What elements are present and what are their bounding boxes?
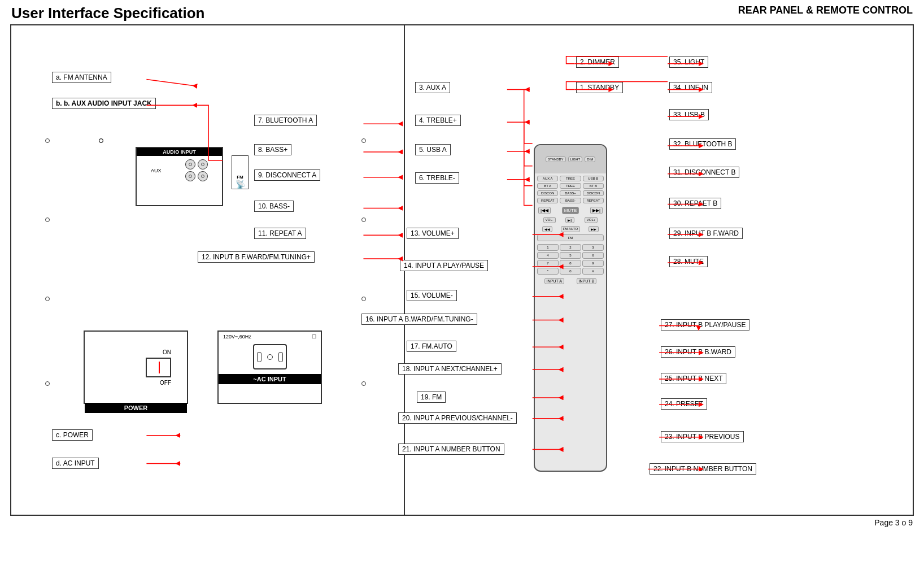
label-item6: 6. TREBLE- [415,172,459,184]
label-item21: 21. INPUT A NUMBER BUTTON [398,443,504,455]
ac-voltage-label: 120V~,60Hz [223,334,251,340]
label-item29: 29. INPUT B F.WARD [669,228,743,239]
label-item19: 19. FM [417,392,446,403]
circle-dot [361,138,366,143]
label-item32: 32. BLUETOOTH B [669,138,736,150]
circle-dot [45,297,50,301]
label-item22: 22. INPUT B NUMBER BUTTON [650,463,756,475]
audio-input-header: AUDIO INPUT [137,148,222,156]
remote-control: STANDBY LIGHT DIM AUX A TREE USB B BT A … [534,144,607,472]
section-title: REAR PANEL & REMOTE CONTROL [738,5,913,16]
power-device: ON OFF POWER [84,330,188,404]
label-item28: 28. MUTE [669,256,708,267]
label-item10: 10. BASS- [254,201,294,212]
remote-dim-btn: DIM [585,156,595,162]
label-item11: 11. REPEAT A [254,228,306,239]
label-item24: 24. PRESET [661,398,707,410]
label-item26: 26. INPUT B B.WARD [661,346,735,358]
label-item30: 30. REPAET B [669,198,721,209]
remote-light-btn: LIGHT [568,156,583,162]
label-item13: 13. VOLUME+ [407,228,459,239]
circle-dot [361,381,366,386]
circle-dot [45,138,50,143]
label-item15: 15. VOLUME- [407,290,457,301]
label-item27: 27. INPUT B PLAY/PAUSE [661,319,749,330]
remote-standby-btn: STANDBY [546,156,566,162]
fm-text: FM [237,175,243,180]
remote-top-buttons: STANDBY LIGHT DIM [535,145,606,173]
label-d-ac-input: d. AC INPUT [52,458,99,469]
power-off-label: OFF [160,380,171,386]
label-item31: 31. DISCONNECT B [669,167,739,178]
circle-dot [361,218,366,222]
label-item1: 1. STANDBY [576,82,623,93]
power-on-label: ON [163,349,171,355]
label-item33: 33. USB B [669,109,709,120]
page-header: User Interface Specification REAR PANEL … [0,0,924,24]
circle-dot [45,381,50,386]
label-item23: 23. INPUT B PREVIOUS [661,431,744,442]
label-item35: 35. LIGHT [669,56,708,68]
label-item2: 2. DIMMER [576,56,619,68]
page-title: User Interface Specification [11,5,204,22]
audio-input-device: AUDIO INPUT AUX [136,147,223,206]
remote-numpad: 1 2 3 4 5 6 7 8 9 * 0 # [535,242,606,276]
label-item12: 12. INPUT B F.WARD/FM.TUNING+ [198,251,315,263]
page-footer: Page 3 o 9 [0,516,924,529]
antenna-icon: 📡 [236,180,245,189]
ac-hole-left [257,352,261,362]
ac-input-device: 120V~,60Hz ☐ ~AC INPUT [217,330,322,404]
label-a-fm-antenna: a. FM ANTENNA [52,72,111,83]
ac-outlet [253,344,287,369]
label-c-power: c. POWER [52,429,93,441]
circle-dot [45,218,50,222]
label-item25: 25. INPUT B NEXT [661,373,726,384]
label-item3: 3. AUX A [415,82,450,93]
label-item5: 5. USB A [415,144,451,155]
circle-dot [99,138,103,143]
label-item18: 18. INPUT A NEXT/CHANNEL+ [398,363,502,375]
circle-dot [361,297,366,301]
label-item4: 4. TREBLE+ [415,115,461,126]
power-switch [146,358,171,377]
footer-text: Page 3 o 9 [874,518,913,527]
label-item9: 9. DISCONNECT A [254,169,320,181]
svg-line-0 [146,80,197,86]
fm-antenna-device: FM 📡 [232,155,249,189]
label-item20: 20. INPUT A PREVIOUS/CHANNEL- [398,412,517,424]
ac-hole-right [278,352,283,362]
main-diagram: AUDIO INPUT AUX [10,24,914,516]
label-item7: 7. BLUETOOTH A [254,115,317,126]
ac-fuse-icon: ☐ [312,334,316,340]
label-item16: 16. INPUT A B.WARD/FM.TUNING- [361,314,477,325]
aux-label: AUX [151,168,162,173]
ac-footer: ~AC INPUT [219,374,321,384]
label-item34: 34. LINE IN [669,82,712,93]
power-footer: POWER [85,403,187,413]
label-item8: 8. BASS+ [254,144,291,155]
label-b-aux: b. b. AUX AUDIO INPUT JACK [52,98,156,109]
label-item14: 14. INPUT A PLAY/PAUSE [400,260,488,271]
label-item17: 17. FM.AUTO [407,341,456,352]
remote-button-grid: AUX A TREE USB B BT A TREE BT B DISCON B… [535,173,606,206]
